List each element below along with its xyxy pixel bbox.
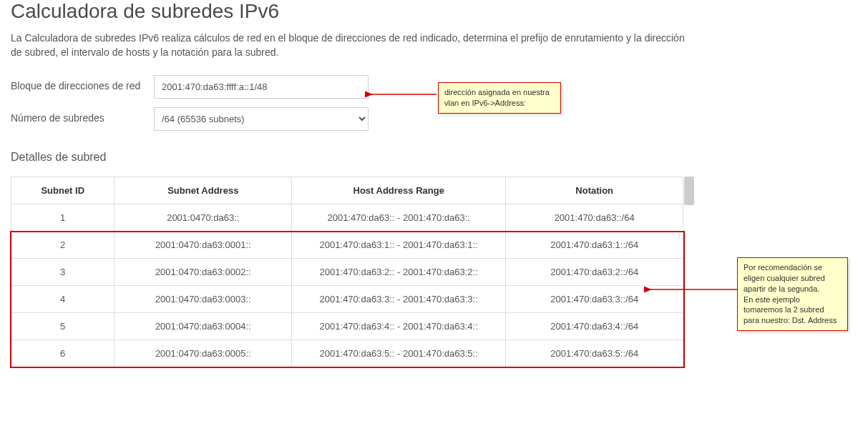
page-title: Calculadora de subredes IPv6: [11, 0, 857, 23]
callout-subnet-recommendation: Por recomendación se eligen cualquier su…: [737, 257, 848, 331]
cell-notation: 2001:470:da63:2::/64: [506, 259, 683, 286]
cell-notation: 2001:470:da63:3::/64: [506, 286, 683, 313]
callout-text: apartir de la segunda.: [743, 284, 842, 294]
table-row: 12001:0470:da63::2001:470:da63:: - 2001:…: [11, 204, 683, 232]
th-subnet-id: Subnet ID: [11, 177, 114, 204]
cell-addr: 2001:0470:da63:0005::: [114, 340, 292, 367]
cell-range: 2001:470:da63:4:: - 2001:470:da63:4::: [292, 313, 506, 340]
callout-address-note: dirección asignada en nuestra vlan en IP…: [438, 82, 561, 114]
cell-range: 2001:470:da63:3:: - 2001:470:da63:3::: [292, 286, 506, 313]
callout-text: eligen cualquier subred: [743, 273, 842, 284]
page-description: La Calculadora de subredes IPv6 realiza …: [11, 31, 698, 59]
scrollbar-thumb[interactable]: [684, 177, 694, 205]
cell-range: 2001:470:da63:1:: - 2001:470:da63:1::: [292, 232, 506, 259]
subnet-count-select[interactable]: /64 (65536 subnets): [154, 107, 369, 131]
cell-range: 2001:470:da63:2:: - 2001:470:da63:2::: [292, 259, 506, 286]
cell-addr: 2001:0470:da63:0003::: [114, 286, 292, 313]
cell-id: 2: [11, 232, 114, 259]
cell-id: 1: [11, 204, 114, 232]
cell-id: 6: [11, 340, 114, 367]
cell-id: 5: [11, 313, 114, 340]
table-row: 52001:0470:da63:0004::2001:470:da63:4:: …: [11, 313, 683, 340]
table-row: 22001:0470:da63:0001::2001:470:da63:1:: …: [11, 232, 683, 259]
th-subnet-address: Subnet Address: [114, 177, 292, 204]
table-row: 62001:0470:da63:0005::2001:470:da63:5:: …: [11, 340, 683, 367]
subnet-table-wrapper: Subnet ID Subnet Address Host Address Ra…: [11, 177, 694, 367]
cell-notation: 2001:470:da63:4::/64: [506, 313, 683, 340]
cell-addr: 2001:0470:da63:0004::: [114, 313, 292, 340]
cell-range: 2001:470:da63:: - 2001:470:da63::: [292, 204, 506, 232]
subnet-details-heading: Detalles de subred: [11, 151, 857, 164]
cell-id: 4: [11, 286, 114, 313]
cell-addr: 2001:0470:da63:0001::: [114, 232, 292, 259]
callout-text: Por recomendación se: [743, 262, 842, 273]
th-notation: Notation: [506, 177, 683, 204]
table-row: 32001:0470:da63:0002::2001:470:da63:2:: …: [11, 259, 683, 286]
subnets-label: Número de subredes: [11, 107, 154, 126]
network-block-input[interactable]: [154, 75, 369, 99]
cell-notation: 2001:470:da63::/64: [506, 204, 683, 232]
cell-addr: 2001:0470:da63::: [114, 204, 292, 232]
cell-id: 3: [11, 259, 114, 286]
callout-text: para nuestro: Dst. Address: [743, 315, 842, 326]
callout-text: En este ejemplo: [743, 294, 842, 305]
block-label: Bloque de direcciones de red: [11, 75, 154, 94]
table-row: 42001:0470:da63:0003::2001:470:da63:3:: …: [11, 286, 683, 313]
cell-notation: 2001:470:da63:1::/64: [506, 232, 683, 259]
callout-text: dirección asignada en nuestra: [444, 87, 555, 98]
cell-range: 2001:470:da63:5:: - 2001:470:da63:5::: [292, 340, 506, 367]
th-host-range: Host Address Range: [292, 177, 506, 204]
cell-addr: 2001:0470:da63:0002::: [114, 259, 292, 286]
subnet-table: Subnet ID Subnet Address Host Address Ra…: [11, 177, 683, 367]
callout-text: tomaremos la 2 subred: [743, 304, 842, 315]
callout-text: vlan en IPv6->Address:: [444, 98, 555, 109]
cell-notation: 2001:470:da63:5::/64: [506, 340, 683, 367]
